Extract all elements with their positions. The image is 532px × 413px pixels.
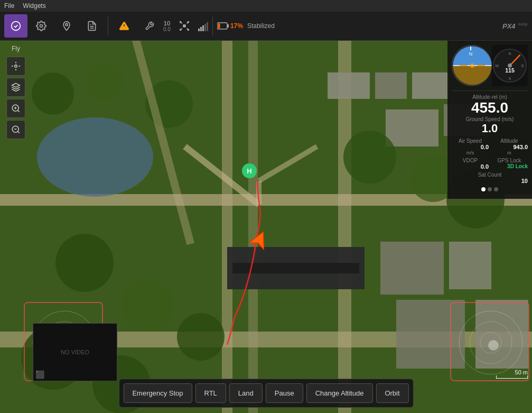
- land-button[interactable]: Land: [229, 383, 263, 403]
- svg-text:N: N: [469, 51, 473, 57]
- svg-rect-30: [328, 72, 370, 99]
- toolbar-counter: 10 0.0: [163, 20, 171, 32]
- svg-point-42: [32, 72, 74, 115]
- svg-rect-40: [396, 300, 465, 369]
- toolbar-fly-button[interactable]: [4, 14, 27, 38]
- svg-point-2: [66, 23, 68, 25]
- change-altitude-button[interactable]: Change Altitude: [306, 383, 373, 403]
- bottom-action-bar: Emergency Stop RTL Land Pause Change Alt…: [118, 379, 413, 408]
- telemetry-section: Altitude-rel (m) 455.0 Ground Speed (m/s…: [452, 90, 528, 191]
- layers-button[interactable]: [6, 78, 25, 97]
- right-panel: N N: [447, 41, 532, 199]
- toolbar-settings-button[interactable]: [30, 14, 53, 38]
- svg-rect-31: [375, 72, 407, 99]
- svg-rect-25: [248, 41, 258, 413]
- svg-point-41: [37, 117, 153, 197]
- dot-1: [481, 187, 486, 191]
- menu-widgets[interactable]: Widgets: [23, 2, 45, 10]
- separator-2: [212, 16, 213, 35]
- battery-indicator: 17%: [217, 22, 243, 30]
- menu-file[interactable]: File: [4, 2, 14, 10]
- scale-line: [496, 375, 528, 379]
- battery-percent: 17%: [230, 22, 243, 30]
- instruments-row: N N: [452, 45, 528, 86]
- ground-speed-value: 1.0: [452, 122, 528, 135]
- center-map-button[interactable]: [6, 57, 25, 76]
- svg-rect-37: [380, 242, 444, 295]
- altitude-cell: Altitude 943.0 m: [491, 138, 528, 155]
- toolbar-plan-button[interactable]: [80, 14, 104, 38]
- svg-point-64: [15, 65, 17, 68]
- svg-rect-24: [222, 41, 232, 413]
- svg-marker-65: [12, 84, 20, 88]
- toolbar-warning-button[interactable]: [113, 14, 136, 38]
- separator-1: [108, 16, 108, 35]
- svg-text:PX4: PX4: [502, 22, 516, 30]
- alt-rel-value: 455.0: [452, 100, 528, 116]
- signal-bars: [198, 21, 208, 31]
- svg-rect-33: [386, 109, 438, 146]
- telem-grid: Air Speed 0.0 m/s Altitude 943.0 m VDOP …: [452, 138, 528, 184]
- svg-rect-38: [449, 242, 491, 289]
- svg-point-0: [12, 22, 21, 31]
- main-area: H Fly: [0, 41, 532, 413]
- rtl-button[interactable]: RTL: [195, 383, 226, 403]
- svg-point-46: [122, 279, 174, 332]
- svg-rect-17: [227, 24, 229, 27]
- svg-text:115: 115: [505, 67, 515, 74]
- no-video-text: NO VIDEO: [61, 349, 89, 355]
- emergency-stop-button[interactable]: Emergency Stop: [123, 383, 192, 403]
- compass: N: [452, 45, 492, 86]
- orbit-button[interactable]: Orbit: [376, 383, 408, 403]
- scale-bar: 50 m: [496, 369, 528, 379]
- svg-text:autopilot: autopilot: [518, 22, 528, 26]
- toolbar: 10 0.0 17% Stabilize: [0, 12, 532, 41]
- svg-point-43: [87, 65, 124, 102]
- svg-point-45: [55, 234, 114, 292]
- svg-text:W: W: [495, 64, 499, 68]
- svg-rect-76: [470, 46, 471, 50]
- left-sidebar: Fly: [0, 41, 32, 413]
- gps-lock-cell: GPS Lock 3D Lock: [491, 158, 528, 170]
- svg-text:N: N: [508, 52, 511, 56]
- svg-rect-36: [232, 263, 359, 273]
- sat-count-cell: Sat Count 10: [452, 172, 528, 184]
- svg-rect-39: [475, 300, 528, 369]
- scale-label: 50 m: [515, 369, 528, 375]
- svg-rect-74: [452, 66, 492, 86]
- svg-point-14: [180, 29, 182, 31]
- svg-point-15: [187, 29, 189, 31]
- svg-point-47: [177, 313, 225, 361]
- video-feed: NO VIDEO ⬛: [33, 323, 117, 381]
- dot-3: [494, 187, 498, 191]
- air-speed-cell: Air Speed 0.0 m/s: [452, 138, 489, 155]
- vdop-cell: VDOP 0.0: [452, 158, 489, 170]
- svg-text:E: E: [521, 64, 524, 68]
- px4-logo: PX4 autopilot: [501, 20, 528, 32]
- home-marker: H: [242, 163, 257, 178]
- svg-rect-7: [183, 24, 186, 27]
- menubar: File Widgets: [0, 0, 532, 12]
- svg-point-13: [187, 21, 189, 23]
- zoom-in-button[interactable]: [6, 99, 25, 118]
- page-dots: [452, 187, 528, 191]
- toolbar-waypoints-button[interactable]: [55, 14, 78, 38]
- dot-2: [488, 187, 492, 191]
- svg-rect-18: [218, 24, 220, 29]
- svg-point-1: [40, 25, 43, 27]
- svg-text:S: S: [509, 77, 511, 80]
- flight-mode: Stabilized: [247, 22, 275, 30]
- toolbar-wrench-button[interactable]: [138, 14, 161, 38]
- fly-label: Fly: [12, 45, 20, 52]
- svg-rect-32: [412, 72, 449, 99]
- speed-gauge: N E S W 115: [492, 45, 528, 86]
- zoom-out-button[interactable]: [6, 120, 25, 139]
- svg-line-67: [17, 110, 19, 112]
- video-icon: ⬛: [35, 370, 44, 379]
- toolbar-drone-button[interactable]: [173, 14, 196, 38]
- svg-point-50: [343, 131, 396, 183]
- pause-button[interactable]: Pause: [266, 383, 303, 403]
- svg-point-12: [180, 21, 182, 23]
- svg-line-71: [17, 131, 19, 133]
